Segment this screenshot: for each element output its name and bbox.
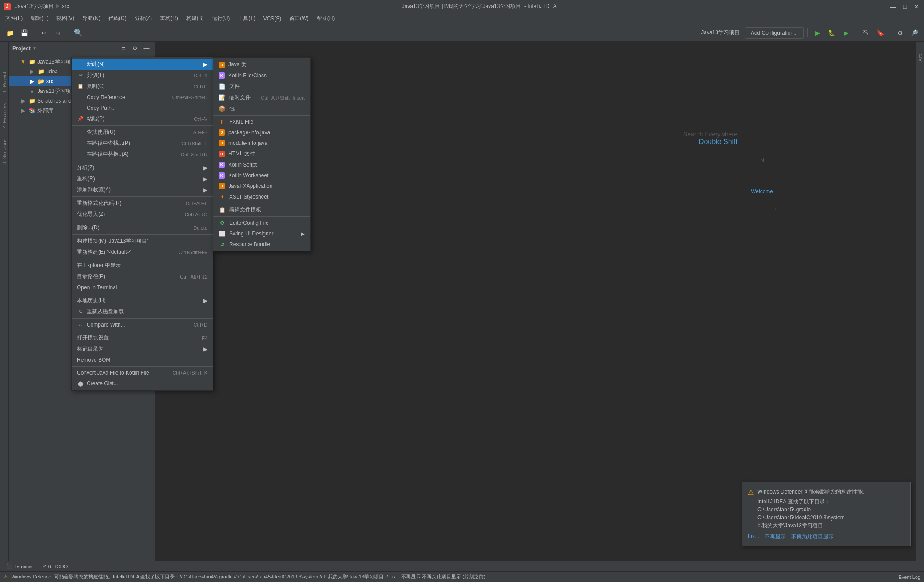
ctx-optimize-imports[interactable]: 优化导入(Z) Ctrl+Alt+O <box>72 209 213 220</box>
notif-dismiss-link[interactable]: 不再显示 <box>765 533 786 541</box>
sub-resource-bundle[interactable]: 🗂 Resource Bundle <box>213 239 310 250</box>
sub-html[interactable]: H HTML 文件 <box>213 148 310 159</box>
sidebar-tab-project[interactable]: 1: Project <box>0 68 8 96</box>
ctx-find-usages[interactable]: 查找使用(U) Alt+F7 <box>72 127 213 138</box>
ctx-directory-path[interactable]: 目录路径(P) Ctrl+Alt+F12 <box>72 271 213 282</box>
toolbar-redo-btn[interactable]: ↪ <box>52 27 64 39</box>
sub-scratch[interactable]: 📝 临时文件 Ctrl+Alt+Shift+Insert <box>213 92 310 103</box>
ctx-find-in-path[interactable]: 在路径中查找...(P) Ctrl+Shift+F <box>72 138 213 149</box>
ctx-copy[interactable]: 📋 复制(C) Ctrl+C <box>72 81 213 92</box>
ctx-cut-icon: ✂ <box>77 72 84 79</box>
ctx-copy-path[interactable]: Copy Path... <box>72 103 213 113</box>
sub-sep1 <box>213 115 310 116</box>
ctx-copy-reference-label: Copy Reference <box>87 94 125 100</box>
sub-editorconfig[interactable]: ⚙ EditorConfig File <box>213 218 310 228</box>
sub-kotlin-script[interactable]: K Kotlin Script <box>213 159 310 170</box>
ctx-open-terminal[interactable]: Open in Terminal <box>72 282 213 293</box>
ctx-reload-label: 重新从磁盘加载 <box>87 308 124 315</box>
add-configuration-btn[interactable]: Add Configuration... <box>745 27 804 39</box>
debug-btn[interactable]: 🐛 <box>825 27 838 39</box>
menu-window[interactable]: 窗口(W) <box>286 14 312 23</box>
menu-file[interactable]: 文件(F) <box>2 14 26 23</box>
menu-navigate[interactable]: 导航(N) <box>79 14 104 23</box>
menu-analyze[interactable]: 分析(Z) <box>131 14 155 23</box>
sub-kotlin-file[interactable]: K Kotlin File/Class <box>213 70 310 81</box>
ctx-delete[interactable]: 删除...(D) Delete <box>72 222 213 233</box>
ctx-copy-path-icon <box>77 104 84 112</box>
toolbar-undo-btn[interactable]: ↩ <box>38 27 50 39</box>
sub-swing[interactable]: ⬜ Swing UI Designer ▶ <box>213 228 310 239</box>
sub-javafx[interactable]: J JavaFXApplication <box>213 181 310 191</box>
ctx-mark-directory[interactable]: 标记目录为 ▶ <box>72 343 213 355</box>
menu-build[interactable]: 构建(B) <box>183 14 207 23</box>
menu-refactor[interactable]: 重构(R) <box>156 14 182 23</box>
ctx-build-module[interactable]: 构建模块(M) 'Java13学习项目' <box>72 235 213 247</box>
ctx-replace-in-path[interactable]: 在路径中替换..(A) Ctrl+Shift+R <box>72 149 213 160</box>
menu-vcs[interactable]: VCS(S) <box>260 15 285 23</box>
sub-java-class[interactable]: J Java 类 <box>213 59 310 70</box>
toolbar-open-btn[interactable]: 📁 <box>4 27 16 39</box>
todo-tab[interactable]: ✔ 6: TODO <box>38 562 72 570</box>
menu-help[interactable]: 帮助(H) <box>313 14 339 23</box>
ctx-cut[interactable]: ✂ 剪切(T) Ctrl+X <box>72 70 213 81</box>
close-button[interactable]: ✕ <box>912 3 920 11</box>
sidebar-dropdown-icon[interactable]: ▾ <box>33 45 36 51</box>
ctx-copy-icon: 📋 <box>77 83 84 90</box>
ctx-copy-reference[interactable]: Copy Reference Ctrl+Alt+Shift+C <box>72 92 213 103</box>
sidebar-hide-btn[interactable]: — <box>142 44 151 53</box>
notif-fix-link[interactable]: Fix... <box>748 533 759 541</box>
run-btn[interactable]: ▶ <box>811 27 824 39</box>
ctx-reformat[interactable]: 重新格式化代码(R) Ctrl+Alt+L <box>72 198 213 209</box>
menu-view[interactable]: 视图(V) <box>53 14 78 23</box>
ctx-add-favorites[interactable]: 添加到收藏(A) ▶ <box>72 184 213 195</box>
coverage-btn[interactable]: ▶ <box>840 27 852 39</box>
ctx-sep4 <box>72 221 213 221</box>
search-btn[interactable]: 🔎 <box>908 27 920 39</box>
ctx-create-gist[interactable]: ⬤ Create Gist... <box>72 378 213 389</box>
ctx-delete-label: 删除...(D) <box>77 224 100 231</box>
sidebar-tab-structure[interactable]: 3: Structure <box>0 136 8 168</box>
bookmark-btn[interactable]: 🔖 <box>874 27 886 39</box>
minimize-button[interactable]: — <box>889 3 897 11</box>
ctx-remove-bom[interactable]: Remove BOM <box>72 355 213 365</box>
ctx-rebuild-shortcut: Ctrl+Shift+F9 <box>179 250 207 255</box>
ctx-reload[interactable]: ↻ 重新从磁盘加载 <box>72 306 213 317</box>
git-btn[interactable]: ⛏ <box>860 27 872 39</box>
menu-run[interactable]: 运行(U) <box>208 14 234 23</box>
sidebar-tab-ant[interactable]: Ant <box>916 51 924 65</box>
ctx-show-in-explorer[interactable]: 在 Explorer 中显示 <box>72 260 213 271</box>
terminal-tab[interactable]: ⬛ Terminal <box>2 562 37 570</box>
sub-edit-templates[interactable]: 📋 编辑文件模板... <box>213 204 310 215</box>
notif-dismiss-project-link[interactable]: 不再为此项目显示 <box>791 533 834 541</box>
settings-btn[interactable]: ⚙ <box>894 27 906 39</box>
sub-package-info[interactable]: J package-info.java <box>213 127 310 138</box>
idea-folder-icon: 📁 <box>37 68 44 75</box>
toolbar-save-btn[interactable]: 💾 <box>18 27 30 39</box>
sub-file[interactable]: 📄 文件 <box>213 81 310 92</box>
sub-fxml[interactable]: F FXML File <box>213 116 310 127</box>
ctx-rebuild[interactable]: 重新构建(E) '<default>' Ctrl+Shift+F9 <box>72 247 213 258</box>
sidebar-tab-favorites[interactable]: 2: Favorites <box>0 100 8 132</box>
sidebar-gear-btn[interactable]: ⚙ <box>130 44 140 53</box>
ctx-refactor[interactable]: 重构(R) ▶ <box>72 173 213 184</box>
sidebar-collapse-btn[interactable]: ≡ <box>119 44 128 53</box>
ctx-local-history[interactable]: 本地历史(H) ▶ <box>72 295 213 306</box>
menu-tools[interactable]: 工具(T) <box>234 14 259 23</box>
sub-xslt[interactable]: ✦ XSLT Stylesheet <box>213 191 310 202</box>
ctx-new[interactable]: 新建(N) ▶ J Java 类 K Kotlin File/Class 📄 文… <box>72 59 213 70</box>
ctx-compare-with[interactable]: ↔ Compare With... Ctrl+D <box>72 319 213 330</box>
ctx-copy-shortcut: Ctrl+C <box>194 84 207 89</box>
sub-package[interactable]: 📦 包 <box>213 103 310 114</box>
ctx-convert-kotlin[interactable]: Convert Java File to Kotlin File Ctrl+Al… <box>72 367 213 378</box>
ctx-favorites-arrow: ▶ <box>203 187 207 193</box>
menu-edit[interactable]: 编辑(E) <box>27 14 52 23</box>
event-log-btn[interactable]: Event Log <box>898 574 920 580</box>
ctx-module-settings[interactable]: 打开模块设置 F4 <box>72 332 213 343</box>
ctx-paste[interactable]: 📌 粘贴(P) Ctrl+V <box>72 113 213 124</box>
sub-kotlin-worksheet[interactable]: K Kotlin Worksheet <box>213 170 310 181</box>
maximize-button[interactable]: □ <box>901 3 909 11</box>
menu-code[interactable]: 代码(C) <box>105 14 130 23</box>
ctx-analyze[interactable]: 分析(Z) ▶ <box>72 162 213 173</box>
sub-module-info[interactable]: J module-info.java <box>213 138 310 148</box>
toolbar-search-everywhere-btn[interactable]: 🔍 <box>72 27 84 39</box>
